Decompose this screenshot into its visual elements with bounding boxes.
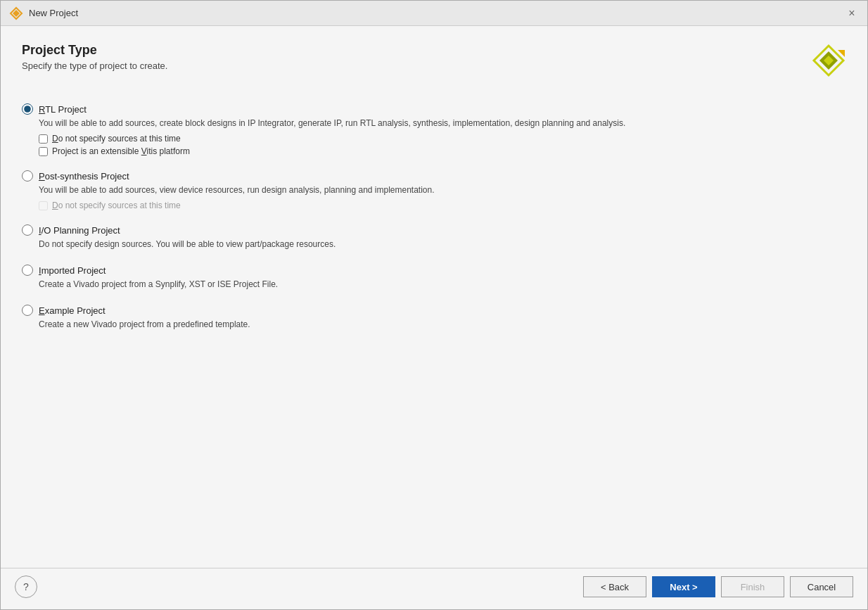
finish-button[interactable]: Finish	[721, 576, 784, 597]
example-description: Create a new Vivado project from a prede…	[39, 318, 846, 331]
example-radio[interactable]	[22, 305, 33, 316]
page-subtitle: Specify the type of project to create.	[22, 61, 167, 71]
titlebar-left: New Project	[9, 6, 78, 20]
back-button[interactable]: < Back	[583, 576, 646, 597]
no-sources-post-label: Do not specify sources at this time	[52, 201, 181, 210]
io-planning-option: I/O Planning Project Do not specify desi…	[22, 224, 846, 250]
post-synthesis-radio-row: Post-synthesis Project	[22, 170, 846, 182]
imported-radio-row: Imported Project	[22, 265, 846, 276]
main-content: Project Type Specify the type of project…	[1, 26, 867, 568]
imported-project-option: Imported Project Create a Vivado project…	[22, 265, 846, 291]
example-project-option: Example Project Create a new Vivado proj…	[22, 305, 846, 331]
no-sources-post-row: Do not specify sources at this time	[39, 201, 846, 210]
titlebar-title: New Project	[29, 8, 78, 18]
rtl-label[interactable]: RTL Project	[39, 104, 87, 115]
extensible-vitis-checkbox[interactable]	[39, 147, 48, 156]
close-button[interactable]: ×	[845, 6, 859, 20]
options-area: RTL Project You will be able to add sour…	[22, 103, 846, 561]
io-planning-radio-row: I/O Planning Project	[22, 224, 846, 236]
io-planning-label[interactable]: I/O Planning Project	[39, 225, 120, 236]
imported-label[interactable]: Imported Project	[39, 265, 106, 276]
example-label[interactable]: Example Project	[39, 305, 106, 316]
header-row: Project Type Specify the type of project…	[22, 43, 846, 78]
post-synthesis-label[interactable]: Post-synthesis Project	[39, 171, 129, 182]
post-synthesis-sub-options: Do not specify sources at this time	[39, 201, 846, 210]
rtl-description: You will be able to add sources, create …	[39, 117, 846, 129]
io-planning-radio[interactable]	[22, 224, 33, 236]
rtl-radio[interactable]	[22, 103, 33, 115]
cancel-button[interactable]: Cancel	[790, 576, 853, 597]
no-sources-checkbox[interactable]	[39, 134, 48, 144]
post-synthesis-radio[interactable]	[22, 170, 33, 182]
imported-description: Create a Vivado project from a Synplify,…	[39, 278, 846, 291]
rtl-sub-options: Do not specify sources at this time Proj…	[39, 134, 846, 156]
next-button[interactable]: Next >	[652, 576, 715, 597]
footer: ? < Back Next > Finish Cancel	[1, 568, 867, 609]
page-title: Project Type	[22, 43, 167, 58]
no-sources-post-checkbox	[39, 201, 48, 210]
extensible-vitis-label[interactable]: Project is an extensible Vitis platform	[52, 146, 190, 156]
io-planning-description: Do not specify design sources. You will …	[39, 238, 846, 250]
no-sources-label[interactable]: Do not specify sources at this time	[52, 134, 181, 144]
extensible-vitis-row: Project is an extensible Vitis platform	[39, 146, 846, 156]
footer-buttons: < Back Next > Finish Cancel	[583, 576, 853, 597]
imported-radio[interactable]	[22, 265, 33, 276]
help-button[interactable]: ?	[15, 576, 37, 598]
example-radio-row: Example Project	[22, 305, 846, 316]
vivado-title-icon	[9, 6, 23, 20]
no-sources-row: Do not specify sources at this time	[39, 134, 846, 144]
post-synthesis-option: Post-synthesis Project You will be able …	[22, 170, 846, 210]
rtl-project-option: RTL Project You will be able to add sour…	[22, 103, 846, 156]
post-synthesis-description: You will be able to add sources, view de…	[39, 184, 846, 196]
vivado-logo-icon	[811, 43, 846, 78]
header-text: Project Type Specify the type of project…	[22, 43, 167, 71]
new-project-dialog: New Project × Project Type Specify the t…	[0, 0, 868, 610]
titlebar: New Project ×	[1, 1, 867, 26]
rtl-radio-row: RTL Project	[22, 103, 846, 115]
